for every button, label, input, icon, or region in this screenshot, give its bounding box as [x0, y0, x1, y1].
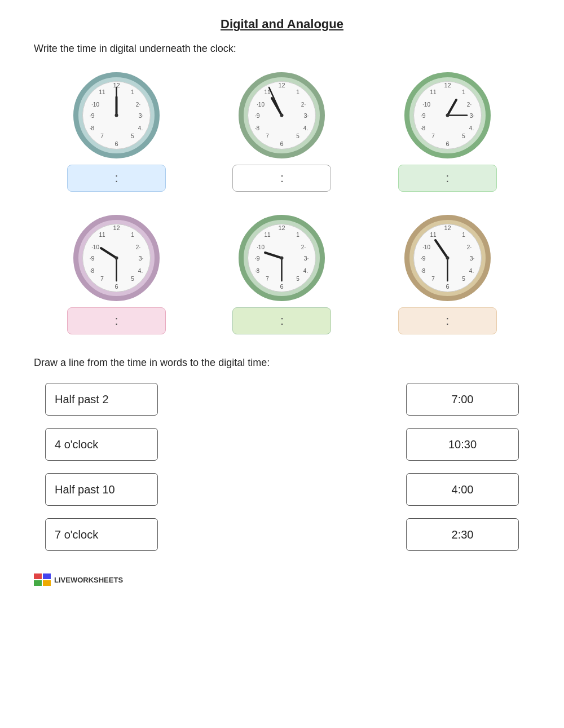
separator-4: : — [115, 314, 118, 328]
footer-text: LIVEWORKSHEETS — [54, 576, 123, 584]
svg-text:·9: ·9 — [90, 255, 95, 262]
svg-text:6: 6 — [280, 283, 284, 290]
time-input-3[interactable]: : — [398, 165, 497, 192]
svg-text:·9: ·9 — [255, 112, 260, 119]
match-box-right-1: 7:00 — [406, 383, 519, 416]
svg-text:2·: 2· — [136, 102, 140, 108]
time-input-2[interactable]: : — [232, 165, 331, 192]
svg-text:3·: 3· — [469, 112, 474, 119]
svg-text:·10: ·10 — [257, 102, 265, 108]
svg-text:·8: ·8 — [421, 125, 426, 131]
svg-text:12: 12 — [444, 224, 451, 231]
time-input-5[interactable]: : — [232, 307, 331, 334]
svg-text:7: 7 — [431, 276, 435, 282]
svg-text:·10: ·10 — [257, 244, 265, 250]
svg-text:7: 7 — [266, 133, 270, 139]
clock-item-5: 12 3· 6 ·9 1 2· 5 11 ·10 7 ·8 4. : — [232, 214, 331, 334]
svg-point-84 — [280, 257, 284, 260]
svg-text:·8: ·8 — [255, 125, 260, 131]
clock-item-6: 12 3· 6 ·9 1 2· 5 11 ·10 7 ·8 4. : — [398, 214, 497, 334]
svg-text:2·: 2· — [136, 244, 140, 250]
clocks-row-1: 12 3· 6 ·9 1 2· 5 11 ·10 7 ·8 4. : — [34, 72, 530, 192]
svg-text:11: 11 — [265, 232, 271, 238]
clock-item-4: 12 3· 6 ·9 1 2· 5 11 ·10 7 ·8 4. : — [67, 214, 166, 334]
svg-text:3·: 3· — [139, 255, 144, 262]
separator-3: : — [446, 171, 449, 186]
footer: LIVEWORKSHEETS — [34, 573, 530, 586]
svg-point-33 — [280, 114, 284, 117]
svg-text:2·: 2· — [467, 102, 472, 108]
match-section: Half past 2 4 o'clock Half past 10 7 o'c… — [34, 383, 530, 551]
svg-text:6: 6 — [446, 140, 449, 147]
svg-text:11: 11 — [430, 89, 437, 95]
svg-text:·8: ·8 — [255, 268, 260, 274]
match-box-left-4: 7 o'clock — [45, 518, 158, 551]
svg-point-67 — [115, 257, 118, 260]
svg-text:·10: ·10 — [91, 244, 99, 250]
clock-item-2: 12 3· 6 ·9 1 2· 5 11 ·10 7 ·8 4. : — [232, 72, 331, 192]
svg-text:1: 1 — [462, 232, 465, 238]
clock-item-1: 12 3· 6 ·9 1 2· 5 11 ·10 7 ·8 4. : — [67, 72, 166, 192]
svg-text:3·: 3· — [304, 255, 309, 262]
svg-text:6: 6 — [115, 140, 118, 147]
svg-text:1: 1 — [131, 232, 134, 238]
clock-face-2: 12 3· 6 ·9 1 2· 5 11 ·10 7 ·8 4. — [238, 72, 325, 159]
svg-point-16 — [115, 114, 118, 117]
match-col-left: Half past 2 4 o'clock Half past 10 7 o'c… — [45, 383, 158, 551]
instruction-1: Write the time in digital underneath the… — [34, 43, 530, 55]
page-title: Digital and Analogue — [34, 17, 530, 32]
svg-rect-104 — [43, 573, 51, 579]
svg-text:11: 11 — [430, 232, 437, 238]
match-box-left-3: Half past 10 — [45, 473, 158, 506]
svg-text:4.: 4. — [469, 125, 474, 131]
svg-text:6: 6 — [280, 140, 284, 147]
svg-text:3·: 3· — [139, 112, 144, 119]
clock-face-1: 12 3· 6 ·9 1 2· 5 11 ·10 7 ·8 4. — [73, 72, 160, 159]
svg-text:5: 5 — [462, 276, 465, 282]
svg-text:6: 6 — [115, 283, 118, 290]
match-box-right-2: 10:30 — [406, 428, 519, 461]
svg-rect-102 — [34, 573, 42, 579]
svg-text:5: 5 — [462, 133, 465, 139]
svg-text:·10: ·10 — [422, 102, 430, 108]
time-input-1[interactable]: : — [67, 165, 166, 192]
svg-text:6: 6 — [446, 283, 449, 290]
svg-text:1: 1 — [462, 89, 465, 95]
svg-text:2·: 2· — [301, 244, 306, 250]
svg-text:·8: ·8 — [90, 125, 95, 131]
svg-text:·9: ·9 — [420, 255, 425, 262]
svg-rect-105 — [43, 580, 51, 586]
time-input-6[interactable]: : — [398, 307, 497, 334]
svg-text:1: 1 — [297, 232, 300, 238]
separator-2: : — [280, 171, 284, 186]
svg-text:·8: ·8 — [421, 268, 426, 274]
clock-item-3: 12 3· 6 ·9 1 2· 5 11 ·10 7 ·8 4. : — [398, 72, 497, 192]
separator-1: : — [115, 171, 118, 186]
svg-text:7: 7 — [266, 276, 270, 282]
svg-text:4.: 4. — [469, 268, 474, 274]
svg-text:7: 7 — [100, 276, 104, 282]
svg-rect-103 — [34, 580, 42, 586]
svg-text:12: 12 — [444, 82, 451, 89]
svg-text:·9: ·9 — [90, 112, 95, 119]
svg-text:3·: 3· — [469, 255, 474, 262]
svg-text:3·: 3· — [304, 112, 309, 119]
svg-text:4.: 4. — [303, 125, 308, 131]
svg-text:1: 1 — [131, 89, 134, 95]
svg-text:4.: 4. — [138, 268, 143, 274]
clock-face-6: 12 3· 6 ·9 1 2· 5 11 ·10 7 ·8 4. — [404, 214, 491, 302]
match-box-right-3: 4:00 — [406, 473, 519, 506]
svg-text:5: 5 — [297, 276, 300, 282]
svg-text:12: 12 — [113, 224, 120, 231]
svg-text:7: 7 — [431, 133, 435, 139]
separator-5: : — [280, 314, 284, 328]
clock-face-5: 12 3· 6 ·9 1 2· 5 11 ·10 7 ·8 4. — [238, 214, 325, 302]
clock-face-4: 12 3· 6 ·9 1 2· 5 11 ·10 7 ·8 4. — [73, 214, 160, 302]
svg-text:1: 1 — [297, 89, 300, 95]
svg-text:7: 7 — [100, 133, 104, 139]
time-input-4[interactable]: : — [67, 307, 166, 334]
svg-text:12: 12 — [279, 82, 285, 89]
clock-face-3: 12 3· 6 ·9 1 2· 5 11 ·10 7 ·8 4. — [404, 72, 491, 159]
svg-text:2·: 2· — [467, 244, 472, 250]
match-box-left-1: Half past 2 — [45, 383, 158, 416]
